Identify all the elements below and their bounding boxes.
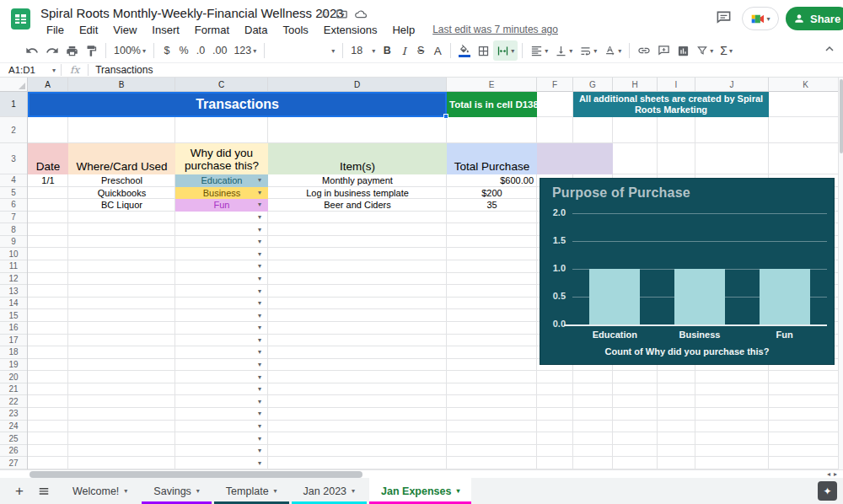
row-header-22[interactable]: 22 xyxy=(0,395,27,408)
row-header-2[interactable]: 2 xyxy=(0,117,27,143)
dropdown-arrow-icon[interactable]: ▾ xyxy=(258,362,261,368)
menu-tools[interactable]: Tools xyxy=(277,23,314,37)
dropdown-arrow-icon[interactable]: ▾ xyxy=(258,239,261,245)
column-header-C[interactable]: C xyxy=(175,78,268,91)
row-header-13[interactable]: 13 xyxy=(0,285,27,298)
all-sheets-button[interactable] xyxy=(32,478,56,504)
row-header-12[interactable]: 12 xyxy=(0,273,27,286)
dropdown-arrow-icon[interactable]: ▾ xyxy=(258,374,261,381)
paint-format-button[interactable] xyxy=(82,40,101,61)
menu-format[interactable]: Format xyxy=(189,23,235,37)
dropdown-arrow-icon[interactable]: ▾ xyxy=(258,227,261,233)
row-header-7[interactable]: 7 xyxy=(0,212,27,224)
cell-G3[interactable] xyxy=(573,143,613,174)
cell-C5[interactable]: Business xyxy=(175,187,268,200)
document-title[interactable]: Spiral Roots Monthly-Weekly-Financial We… xyxy=(40,6,344,20)
dropdown-arrow-icon[interactable]: ▾ xyxy=(258,313,261,319)
fill-color-button[interactable] xyxy=(455,40,474,61)
column-header-K[interactable]: K xyxy=(769,78,843,91)
menu-data[interactable]: Data xyxy=(239,23,273,37)
tab-welcome-[interactable]: Welcome!▾ xyxy=(61,478,139,504)
dropdown-arrow-icon[interactable]: ▾ xyxy=(258,386,261,393)
redo-button[interactable] xyxy=(42,40,62,61)
row-header-19[interactable]: 19 xyxy=(0,359,27,372)
tab-caret-icon[interactable]: ▾ xyxy=(196,487,200,495)
cloud-status-icon[interactable] xyxy=(354,8,368,21)
borders-button[interactable] xyxy=(474,40,493,61)
row-header-27[interactable]: 27 xyxy=(0,457,27,469)
text-rotation-button[interactable]: ▾ xyxy=(600,40,625,61)
insert-chart-button[interactable] xyxy=(674,40,693,61)
font-size-select[interactable]: 18 ▾ xyxy=(347,40,379,61)
horizontal-align-button[interactable]: ▾ xyxy=(527,40,551,61)
row-header-6[interactable]: 6 xyxy=(0,199,27,212)
menu-edit[interactable]: Edit xyxy=(73,23,104,37)
increase-decimal-button[interactable]: .00 xyxy=(209,40,230,61)
last-edit-link[interactable]: Last edit was 7 minutes ago xyxy=(432,23,558,37)
dropdown-arrow-icon[interactable]: ▾ xyxy=(258,399,261,405)
dropdown-arrow-icon[interactable]: ▾ xyxy=(258,288,261,295)
row-header-18[interactable]: 18 xyxy=(0,346,27,359)
cell-A4[interactable]: 1/1 xyxy=(28,174,68,187)
row-header-4[interactable]: 4 xyxy=(0,174,27,187)
decrease-decimal-button[interactable]: .0 xyxy=(192,40,209,61)
scrollbar-arrows[interactable]: ◂▸ xyxy=(827,470,840,478)
format-currency-button[interactable]: $ xyxy=(158,40,175,61)
row-header-24[interactable]: 24 xyxy=(0,421,27,433)
cell-B3[interactable]: Where/Card Used xyxy=(68,143,175,174)
text-color-button[interactable]: A xyxy=(429,40,446,61)
column-header-I[interactable]: I xyxy=(658,78,695,91)
undo-button[interactable] xyxy=(22,40,42,61)
cell-E5[interactable]: $200 xyxy=(447,187,537,200)
add-sheet-button[interactable]: + xyxy=(7,478,32,504)
row-header-14[interactable]: 14 xyxy=(0,298,27,310)
dropdown-arrow-icon[interactable]: ▾ xyxy=(258,300,261,307)
zoom-select[interactable]: 100%▾ xyxy=(110,40,149,61)
dropdown-arrow-icon[interactable]: ▾ xyxy=(258,349,261,356)
cell-G1-J1[interactable]: All additional sheets are created by Spi… xyxy=(573,92,769,117)
cell-E6[interactable]: 35 xyxy=(447,199,537,212)
grid-body[interactable]: 1234567891011121314151617181920212223242… xyxy=(0,92,843,469)
tab-caret-icon[interactable]: ▾ xyxy=(124,487,127,495)
insert-comment-button[interactable] xyxy=(654,40,674,61)
horizontal-scrollbar[interactable]: ◂▸ xyxy=(0,469,843,478)
dropdown-arrow-icon[interactable]: ▾ xyxy=(258,263,261,270)
cell-B5[interactable]: Quickbooks xyxy=(68,187,175,200)
move-folder-icon[interactable] xyxy=(336,8,348,20)
formula-input[interactable]: Transactions xyxy=(89,64,153,76)
font-family-select[interactable]: ▾ xyxy=(269,42,338,59)
column-header-D[interactable]: D xyxy=(268,78,447,91)
print-button[interactable] xyxy=(62,40,82,61)
column-header-B[interactable]: B xyxy=(68,78,175,91)
select-all-corner[interactable] xyxy=(0,78,28,91)
cell-A1-D1[interactable]: Transactions xyxy=(28,92,447,117)
star-icon[interactable]: ☆ xyxy=(319,8,330,19)
tab-caret-icon[interactable]: ▾ xyxy=(456,487,459,495)
tab-savings[interactable]: Savings▾ xyxy=(142,478,212,504)
cell-D3[interactable]: Item(s) xyxy=(268,143,447,174)
row-header-3[interactable]: 3 xyxy=(0,143,27,174)
cell-E4[interactable]: $600.00 xyxy=(447,174,537,187)
selection-fill-handle[interactable] xyxy=(443,114,448,119)
collapse-toolbar-button[interactable] xyxy=(824,44,835,54)
menu-extensions[interactable]: Extensions xyxy=(318,23,384,37)
cell-C4[interactable]: Education xyxy=(175,174,268,187)
row-header-25[interactable]: 25 xyxy=(0,432,27,445)
dropdown-arrow-icon[interactable]: ▾ xyxy=(258,337,261,344)
column-header-E[interactable]: E xyxy=(447,78,537,91)
row-header-15[interactable]: 15 xyxy=(0,309,27,322)
horizontal-scrollbar-thumb[interactable] xyxy=(30,471,362,478)
functions-button[interactable]: Σ▾ xyxy=(717,40,736,61)
insert-link-button[interactable] xyxy=(634,40,654,61)
row-header-10[interactable]: 10 xyxy=(0,248,27,260)
dropdown-arrow-icon[interactable]: ▾ xyxy=(258,460,261,467)
tab-caret-icon[interactable]: ▾ xyxy=(352,487,355,495)
explore-button[interactable]: ✦ xyxy=(818,481,837,501)
cell-A3[interactable]: Date xyxy=(28,143,68,174)
tab-template[interactable]: Template▾ xyxy=(214,478,289,504)
merge-cells-button[interactable]: ▾ xyxy=(493,40,518,61)
purchase-chart[interactable]: Purpose of Purchase Count of Why did you… xyxy=(540,178,835,365)
row-header-26[interactable]: 26 xyxy=(0,445,27,458)
dropdown-arrow-icon[interactable]: ▾ xyxy=(258,251,261,258)
cell-B4[interactable]: Preschool xyxy=(68,174,175,187)
